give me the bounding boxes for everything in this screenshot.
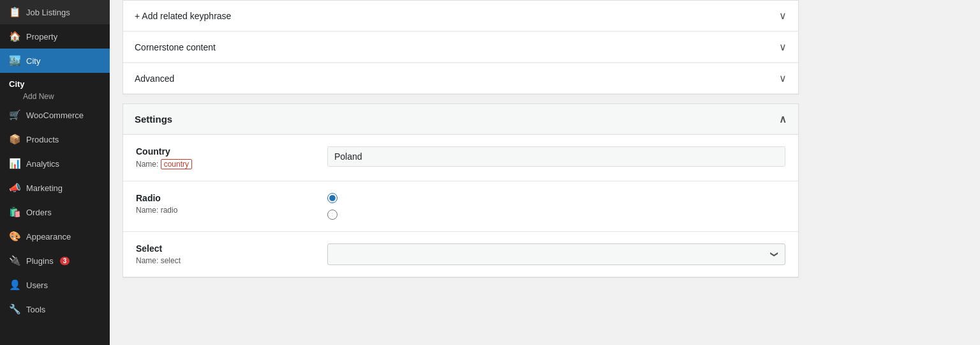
accordion-item-cornerstone-content: Cornerstone content ∨ bbox=[123, 32, 798, 63]
select-field-label: Select bbox=[136, 243, 315, 254]
select-wrapper bbox=[327, 243, 785, 265]
products-icon: 📦 bbox=[9, 134, 21, 145]
select-input[interactable] bbox=[327, 243, 785, 265]
sidebar-item-appearance[interactable]: 🎨 Appearance bbox=[0, 224, 110, 249]
chevron-down-icon-3: ∨ bbox=[779, 72, 787, 84]
accordion-item-advanced: Advanced ∨ bbox=[123, 63, 798, 94]
sidebar-item-products[interactable]: 📦 Products bbox=[0, 127, 110, 151]
chevron-down-icon: ∨ bbox=[779, 10, 787, 22]
country-field-label: Country bbox=[136, 146, 315, 157]
chevron-down-icon-2: ∨ bbox=[779, 41, 787, 53]
users-icon: 👤 bbox=[9, 279, 21, 291]
radio-input-1[interactable] bbox=[327, 193, 338, 203]
appearance-icon: 🎨 bbox=[9, 231, 21, 242]
sidebar-item-plugins[interactable]: 🔌 Plugins 3 bbox=[0, 249, 110, 273]
select-row: Select Name: select bbox=[123, 232, 798, 277]
radio-name-value: radio bbox=[161, 206, 178, 215]
radio-control-col bbox=[327, 193, 785, 220]
country-row: Country Name: country bbox=[123, 135, 798, 181]
settings-title: Settings bbox=[135, 114, 172, 125]
accordion-container: + Add related keyphrase ∨ Cornerstone co… bbox=[122, 0, 799, 95]
radio-field-name: Name: radio bbox=[136, 206, 315, 215]
woocommerce-icon: 🛒 bbox=[9, 109, 21, 121]
sidebar-sub-item-add-new[interactable]: Add New bbox=[0, 90, 110, 103]
tools-icon: 🔧 bbox=[9, 303, 21, 315]
marketing-icon: 📣 bbox=[9, 182, 21, 194]
chevron-up-icon: ∧ bbox=[779, 113, 787, 125]
select-name-value: select bbox=[161, 256, 181, 265]
sidebar-item-city[interactable]: 🏙️ City bbox=[0, 49, 110, 73]
country-control-col bbox=[327, 146, 785, 167]
sidebar-item-marketing[interactable]: 📣 Marketing bbox=[0, 176, 110, 200]
radio-label-col: Radio Name: radio bbox=[136, 193, 315, 215]
sidebar-item-users[interactable]: 👤 Users bbox=[0, 273, 110, 297]
analytics-icon: 📊 bbox=[9, 158, 21, 169]
select-label-col: Select Name: select bbox=[136, 243, 315, 265]
sidebar-item-job-listings[interactable]: 📋 Job Listings bbox=[0, 0, 110, 24]
main-content: + Add related keyphrase ∨ Cornerstone co… bbox=[110, 0, 980, 345]
accordion-header-cornerstone-content[interactable]: Cornerstone content ∨ bbox=[123, 32, 798, 63]
radio-item-2 bbox=[327, 210, 785, 220]
orders-icon: 🛍️ bbox=[9, 206, 21, 218]
plugins-badge: 3 bbox=[60, 257, 70, 265]
job-listings-icon: 📋 bbox=[9, 6, 21, 18]
sidebar: 📋 Job Listings 🏠 Property 🏙️ City City A… bbox=[0, 0, 110, 345]
sidebar-item-property[interactable]: 🏠 Property bbox=[0, 24, 110, 49]
city-icon: 🏙️ bbox=[9, 55, 21, 66]
radio-group bbox=[327, 193, 785, 220]
accordion-item-add-related-keyphrase: + Add related keyphrase ∨ bbox=[123, 1, 798, 32]
sidebar-item-orders[interactable]: 🛍️ Orders bbox=[0, 200, 110, 224]
radio-field-label: Radio bbox=[136, 193, 315, 203]
radio-input-2[interactable] bbox=[327, 210, 338, 220]
sidebar-item-analytics[interactable]: 📊 Analytics bbox=[0, 151, 110, 176]
country-field-name: Name: country bbox=[136, 159, 315, 169]
property-icon: 🏠 bbox=[9, 31, 21, 42]
select-field-name: Name: select bbox=[136, 256, 315, 265]
sidebar-item-woocommerce[interactable]: 🛒 WooCommerce bbox=[0, 103, 110, 127]
accordion-header-add-related-keyphrase[interactable]: + Add related keyphrase ∨ bbox=[123, 1, 798, 31]
settings-section: Settings ∧ Country Name: country bbox=[122, 103, 799, 278]
country-label-col: Country Name: country bbox=[136, 146, 315, 169]
country-text-input[interactable] bbox=[327, 146, 785, 167]
plugins-icon: 🔌 bbox=[9, 255, 21, 266]
accordion-header-advanced[interactable]: Advanced ∨ bbox=[123, 63, 798, 94]
radio-row: Radio Name: radio bbox=[123, 181, 798, 232]
country-name-badge: country bbox=[161, 159, 192, 169]
sidebar-item-tools[interactable]: 🔧 Tools bbox=[0, 297, 110, 321]
radio-item-1 bbox=[327, 193, 785, 203]
settings-section-header[interactable]: Settings ∧ bbox=[123, 104, 798, 135]
city-section-title: City bbox=[0, 73, 110, 90]
select-control-col bbox=[327, 243, 785, 265]
